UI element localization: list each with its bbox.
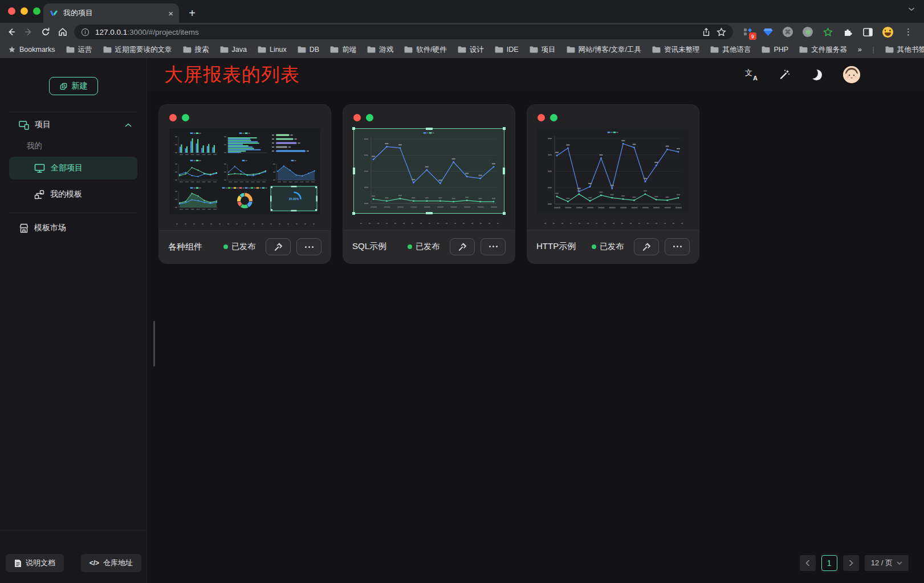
selection-handle[interactable] — [503, 212, 506, 215]
sidebar-item-my-templates[interactable]: 我的模板 — [0, 183, 146, 206]
tab-close-icon[interactable]: × — [168, 9, 173, 18]
tab-group-extension-icon[interactable]: 9 — [742, 26, 754, 38]
edit-build-button[interactable] — [450, 238, 475, 255]
selection-handle[interactable] — [352, 212, 355, 215]
new-project-button[interactable]: 新建 — [49, 77, 98, 95]
share-icon[interactable] — [702, 27, 711, 37]
sidebar-section-label: 项目 — [35, 120, 51, 130]
chart-panel[interactable] — [538, 128, 689, 214]
current-page-button[interactable]: 1 — [821, 555, 837, 571]
minimize-window-button[interactable] — [21, 7, 28, 15]
more-button[interactable] — [296, 238, 321, 255]
mini-chart-line — [221, 158, 268, 184]
sidebar-item-template-market[interactable]: 模板市场 — [0, 215, 146, 240]
more-dots-icon — [673, 246, 682, 247]
browser-menu-icon[interactable]: ⋮ — [902, 27, 915, 37]
edit-build-button[interactable] — [266, 238, 291, 255]
tab-search-chevron-icon[interactable] — [908, 7, 915, 11]
sidebar-section-projects[interactable]: 项目 — [0, 112, 146, 137]
selection-handle[interactable] — [352, 127, 355, 130]
url-text[interactable]: 127.0.0.1:3000/#/project/items — [95, 28, 696, 36]
bookmark-folder[interactable]: 软件/硬件 — [404, 45, 446, 55]
forward-button[interactable] — [23, 27, 34, 37]
bookmark-label: 搜索 — [195, 45, 209, 55]
bookmark-folder[interactable]: 近期需要读的文章 — [103, 45, 172, 55]
other-bookmarks-folder[interactable]: 其他书签 — [885, 45, 924, 55]
address-bar[interactable]: 127.0.0.1:3000/#/project/items — [74, 25, 733, 39]
selection-handle[interactable] — [503, 127, 506, 130]
bookmark-label: 运营 — [78, 45, 92, 55]
back-button[interactable] — [6, 27, 17, 37]
bookmark-folder[interactable]: 网站/博客/文章/工具 — [567, 45, 641, 55]
bookmark-folder[interactable]: 项目 — [530, 45, 556, 55]
selected-chart-panel[interactable] — [353, 128, 504, 214]
next-page-button[interactable] — [843, 555, 859, 571]
user-avatar[interactable] — [843, 66, 860, 83]
status-badge: 已发布 — [223, 242, 255, 252]
window-controls[interactable] — [8, 7, 40, 15]
bookmark-star-icon[interactable] — [717, 27, 726, 37]
home-button[interactable] — [57, 27, 68, 37]
command-extension-icon[interactable]: ⌘ — [782, 26, 793, 38]
bookmark-folder[interactable]: 设计 — [458, 45, 484, 55]
new-tab-button[interactable]: + — [185, 6, 200, 21]
bookmarks-root-label: Bookmarks — [19, 46, 55, 54]
reload-button[interactable] — [40, 27, 51, 37]
green-star-extension-icon[interactable] — [822, 26, 833, 38]
gem-extension-icon[interactable] — [762, 26, 774, 38]
project-card[interactable]: SQL示例 已发布 — [343, 104, 515, 264]
bookmark-folder[interactable]: 文件服务器 — [799, 45, 847, 55]
project-thumbnail[interactable]: 25.00% — [169, 128, 320, 214]
dark-mode-moon-icon[interactable] — [811, 70, 822, 80]
prev-page-button[interactable] — [800, 555, 816, 571]
bookmark-label: 文件服务器 — [811, 45, 847, 55]
zoom-window-button[interactable] — [33, 7, 40, 15]
more-dots-icon — [305, 246, 314, 248]
bookmark-folder[interactable]: 前端 — [330, 45, 356, 55]
bookmark-folder[interactable]: 其他语言 — [710, 45, 751, 55]
content-scrollbar-thumb[interactable] — [153, 321, 155, 366]
recorder-extension-icon[interactable] — [802, 26, 813, 38]
language-switch-icon[interactable]: 文A — [745, 69, 758, 80]
bookmark-folder[interactable]: IDE — [495, 46, 519, 54]
bookmark-folder[interactable]: DB — [298, 46, 319, 54]
bookmark-folder[interactable]: 运营 — [66, 45, 92, 55]
docs-button[interactable]: 说明文档 — [6, 554, 64, 572]
side-panel-icon[interactable] — [862, 26, 873, 38]
status-dot-icon — [408, 244, 412, 249]
sidebar-item-all-projects[interactable]: 全部项目 — [9, 157, 137, 180]
bookmark-folder[interactable]: PHP — [762, 46, 788, 54]
repo-button[interactable]: </> 仓库地址 — [81, 554, 141, 572]
emoji-extension-icon[interactable] — [882, 26, 893, 38]
card-window-dots — [538, 114, 689, 121]
selection-handle[interactable] — [426, 128, 433, 130]
bookmarks-root[interactable]: Bookmarks — [8, 46, 55, 54]
site-info-icon[interactable] — [81, 28, 89, 36]
browser-tab[interactable]: 我的项目 × — [43, 3, 179, 23]
extensions-puzzle-icon[interactable] — [842, 26, 853, 38]
page-size-select[interactable]: 12 / 页 — [865, 555, 909, 571]
more-button[interactable] — [665, 238, 690, 255]
red-dot-icon — [538, 114, 545, 121]
mini-chart-area — [270, 158, 318, 184]
selection-handle[interactable] — [503, 168, 505, 174]
bookmark-folder[interactable]: Java — [220, 46, 247, 54]
theme-wand-icon[interactable] — [779, 69, 790, 80]
close-window-button[interactable] — [8, 7, 15, 15]
selection-handle[interactable] — [353, 168, 355, 174]
edit-build-button[interactable] — [634, 238, 659, 255]
project-card[interactable]: HTTP示例 已发布 — [527, 104, 699, 264]
hammer-icon — [642, 242, 652, 251]
project-thumbnail[interactable] — [353, 128, 504, 214]
bookmark-folder[interactable]: 游戏 — [367, 45, 393, 55]
bookmark-folder[interactable]: Linux — [258, 46, 287, 54]
selection-handle[interactable] — [426, 212, 433, 214]
bookmark-folder[interactable]: 搜索 — [183, 45, 209, 55]
chevron-up-icon[interactable] — [125, 123, 132, 127]
new-project-label: 新建 — [72, 81, 88, 91]
more-button[interactable] — [481, 238, 506, 255]
project-card[interactable]: 25.00% 各种组件 已发布 — [158, 104, 331, 264]
project-thumbnail[interactable] — [538, 128, 689, 214]
bookmarks-overflow-chevron[interactable]: » — [858, 46, 862, 54]
bookmark-folder[interactable]: 资讯未整理 — [652, 45, 700, 55]
